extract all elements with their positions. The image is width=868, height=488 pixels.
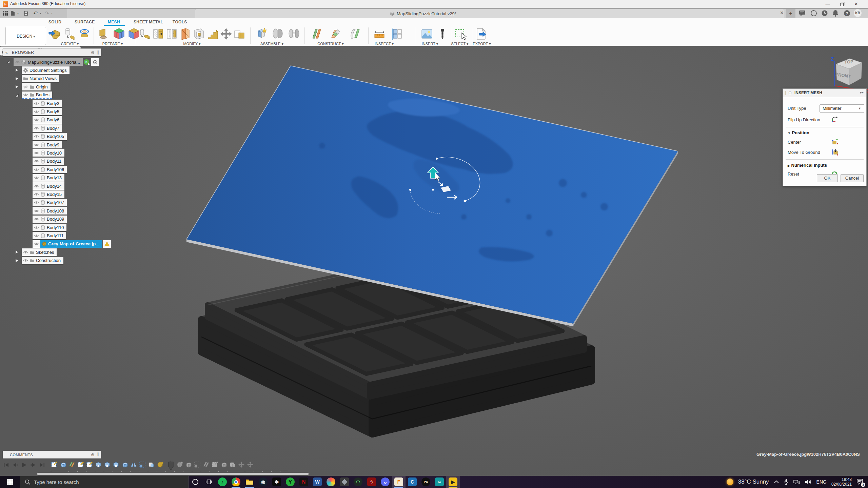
taskbar-app-flash-tool[interactable]: ϟ xyxy=(365,476,378,488)
remesh-icon[interactable] xyxy=(138,27,151,40)
tree-item-chip[interactable]: Document Settings xyxy=(22,66,70,74)
microphone-icon[interactable] xyxy=(784,479,789,485)
dialog-header[interactable]: ∥ ⊖ INSERT MESH ▸▸ xyxy=(783,89,866,97)
insert-mesh-icon[interactable] xyxy=(48,27,61,40)
create-base-feature-icon[interactable] xyxy=(63,27,76,40)
tree-row-body105[interactable]: Body105 xyxy=(0,133,136,140)
eye-icon[interactable] xyxy=(34,159,39,164)
file-menu-icon[interactable] xyxy=(10,11,15,16)
timeline-feature-fillet-icon[interactable] xyxy=(104,461,111,468)
tree-row-body10[interactable]: Body10 xyxy=(0,149,136,157)
tray-expand-caret-icon[interactable] xyxy=(774,480,779,484)
tree-item-chip[interactable]: Body105 xyxy=(33,133,67,140)
tree-item-chip[interactable]: Body15 xyxy=(33,190,64,198)
tree-row-body6[interactable]: Body6 xyxy=(0,116,136,124)
measure-icon[interactable] xyxy=(373,27,386,40)
tangent-plane-icon[interactable] xyxy=(349,27,361,40)
redo-icon[interactable]: ↷ xyxy=(44,10,49,17)
timeline-feature-move-icon[interactable] xyxy=(238,461,245,468)
flip-up-direction-icon[interactable] xyxy=(831,116,839,123)
offset-plane-icon[interactable] xyxy=(311,27,323,40)
tree-row-body109[interactable]: Body109 xyxy=(0,216,136,223)
clock-icon[interactable] xyxy=(821,9,829,17)
tab-surface[interactable]: SURFACE xyxy=(75,20,95,26)
dialog-minimize-icon[interactable]: ⊖ xyxy=(788,90,792,95)
cortana-button[interactable] xyxy=(189,476,202,488)
job-status-icon[interactable] xyxy=(810,9,818,17)
timeline-feature-fillet-icon[interactable] xyxy=(95,461,102,468)
document-tab[interactable] xyxy=(195,9,784,18)
tree-row-construction[interactable]: Construction xyxy=(0,257,136,264)
tree-row-grey-map-of-greece-jp-[interactable]: Grey-Map-of-Greece.jp... xyxy=(0,240,136,248)
document-tab-content[interactable]: MapSlidingPuzzleTutorial v29* xyxy=(390,11,456,17)
taskbar-app-epic-games[interactable] xyxy=(338,476,351,488)
tree-expander-icon[interactable] xyxy=(15,93,19,97)
reduce-icon[interactable] xyxy=(152,27,165,40)
timeline-feature-mirror-icon[interactable] xyxy=(130,461,137,468)
taskbar-app-spotify[interactable]: ♪ xyxy=(216,476,229,488)
tree-item-chip[interactable]: MapSlidingPuzzleTutoria... xyxy=(14,58,83,66)
speaker-icon[interactable] xyxy=(805,479,812,485)
tree-item-chip[interactable]: Body11 xyxy=(33,158,64,165)
select-icon[interactable] xyxy=(454,27,467,40)
export-icon[interactable] xyxy=(475,27,488,40)
eye-icon[interactable] xyxy=(34,192,39,197)
tree-item-selected[interactable]: Grey-Map-of-Greece.jp... xyxy=(40,240,102,248)
group-label-prepare[interactable]: PREPARE ▾ xyxy=(102,42,123,46)
timeline-feature-move-icon[interactable] xyxy=(247,461,254,468)
eye-icon[interactable] xyxy=(34,126,39,131)
eye-icon[interactable] xyxy=(34,117,39,122)
timeline-feature-sketch-icon[interactable] xyxy=(86,461,93,468)
user-avatar[interactable]: KB xyxy=(854,9,862,17)
tree-item-chip[interactable]: Body14 xyxy=(33,182,64,190)
group-label-modify[interactable]: MODIFY ▾ xyxy=(183,42,200,46)
timeline-feature-sketch-icon[interactable] xyxy=(212,461,218,468)
tree-item-chip[interactable]: Body109 xyxy=(33,216,67,223)
canvas-icon[interactable] xyxy=(420,27,433,40)
tree-row-body14[interactable]: Body14 xyxy=(0,182,136,190)
eye-icon[interactable] xyxy=(34,217,39,222)
tree-item-chip[interactable]: Sketches xyxy=(22,248,57,256)
timeline-feature-mesh-icon[interactable] xyxy=(157,461,163,468)
timeline-feature-combine-icon[interactable] xyxy=(229,461,236,468)
new-tab-button[interactable]: + xyxy=(786,9,795,18)
ok-button[interactable]: OK xyxy=(817,174,838,182)
tree-item-chip[interactable]: Body111 xyxy=(33,232,66,239)
eye-icon[interactable] xyxy=(23,258,28,263)
tree-item-chip[interactable]: Body3 xyxy=(33,100,62,107)
taskbar-app-cura[interactable]: C xyxy=(406,476,419,488)
joint-icon[interactable] xyxy=(271,27,284,40)
weather-sun-icon[interactable] xyxy=(727,479,733,485)
timeline-feature-pattern-icon[interactable] xyxy=(194,461,201,468)
taskbar-search[interactable]: Type here to search xyxy=(20,476,189,488)
unit-type-select[interactable]: Millimeter▼ xyxy=(820,104,864,113)
eye-icon[interactable] xyxy=(34,200,39,205)
erase-and-fill-icon[interactable] xyxy=(193,27,205,40)
timeline-feature-combine-icon[interactable] xyxy=(148,461,155,468)
new-component-icon[interactable] xyxy=(255,27,268,40)
start-button[interactable] xyxy=(0,476,20,488)
taskbar-app-chrome[interactable] xyxy=(229,476,243,488)
tree-row-mapslidingpuzzletutoria-[interactable]: MapSlidingPuzzleTutoria...K xyxy=(0,58,136,66)
save-icon[interactable] xyxy=(23,11,28,16)
eye-icon[interactable] xyxy=(34,241,39,246)
collapse-browser-icon[interactable]: « xyxy=(5,50,8,55)
taskbar-app-remote-play[interactable]: Y xyxy=(283,476,297,488)
taskbar-app-xbox-game[interactable]: ◠ xyxy=(351,476,365,488)
eye-icon[interactable] xyxy=(15,60,20,65)
undo-caret[interactable]: ▾ xyxy=(40,12,41,15)
eye-icon[interactable] xyxy=(34,101,39,106)
plane-cut-icon[interactable] xyxy=(179,27,192,40)
taskbar-app-arduino[interactable]: ∞ xyxy=(433,476,446,488)
move-copy-icon[interactable] xyxy=(220,27,233,40)
taskbar-app-steam[interactable]: ◉ xyxy=(256,476,270,488)
generate-face-groups-icon[interactable] xyxy=(98,27,111,40)
tab-sheet-metal[interactable]: SHEET METAL xyxy=(134,20,163,26)
tree-item-chip[interactable]: Body108 xyxy=(33,207,67,215)
group-label-export[interactable]: EXPORT ▾ xyxy=(473,42,491,46)
move-to-ground-icon[interactable] xyxy=(831,148,839,156)
tab-close-icon[interactable]: ✕ xyxy=(778,10,785,16)
insert-fastener-icon[interactable] xyxy=(436,27,449,40)
tree-expander-icon[interactable] xyxy=(15,85,19,89)
tree-item-chip[interactable]: Body110 xyxy=(33,224,66,231)
